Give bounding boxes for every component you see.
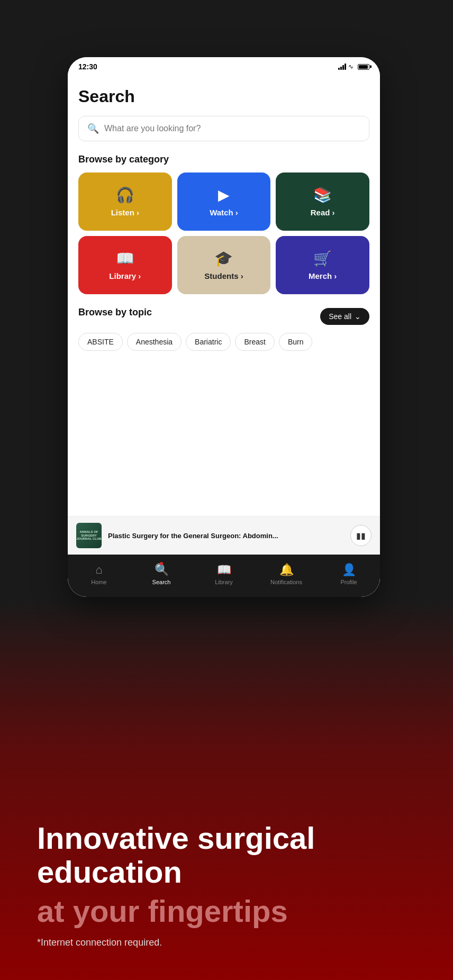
pause-button[interactable]: ▮▮ (350, 525, 372, 546)
see-all-button[interactable]: See all ⌄ (320, 308, 369, 325)
category-card-watch[interactable]: ▶ Watch (177, 173, 271, 231)
play-icon: ▶ (218, 186, 230, 204)
now-playing-thumbnail: ANNALS OF SURGERY JOURNAL CLUB (76, 523, 102, 548)
topic-chip-absite[interactable]: ABSITE (78, 333, 123, 351)
nav-label-search: Search (152, 579, 171, 585)
phone-frame: 12:30 ∿ Search 🔍 Browse (68, 57, 380, 597)
status-bar: 12:30 ∿ (68, 57, 380, 76)
nav-item-home[interactable]: ⌂ Home (68, 563, 130, 585)
battery-icon (358, 64, 369, 70)
category-section-title: Browse by category (78, 154, 369, 165)
nav-label-home: Home (91, 579, 106, 585)
profile-icon: 👤 (342, 563, 356, 577)
topic-header: Browse by topic See all ⌄ (78, 307, 369, 325)
now-playing-info: Plastic Surgery for the General Surgeon:… (108, 532, 344, 540)
nav-item-library[interactable]: 📖 Library (193, 563, 255, 585)
merch-label: Merch (309, 271, 337, 280)
now-playing-bar: ANNALS OF SURGERY JOURNAL CLUB Plastic S… (68, 516, 380, 555)
headline-main: Innovative surgical education (37, 821, 416, 889)
status-icons: ∿ (338, 63, 369, 70)
nav-label-profile: Profile (340, 579, 357, 585)
disclaimer-text: *Internet connection required. (37, 937, 416, 948)
topic-chips: ABSITE Anesthesia Bariatric Breast Burn (78, 333, 369, 351)
category-card-library[interactable]: 📖 Library (78, 236, 172, 294)
nav-item-search[interactable]: 🔍 Search (130, 563, 193, 585)
main-scroll-area: Search 🔍 Browse by category 🎧 Listen ▶ W… (68, 76, 380, 516)
topic-chip-anesthesia[interactable]: Anesthesia (127, 333, 182, 351)
nav-dot-search (160, 562, 163, 565)
library-nav-icon: 📖 (217, 563, 231, 577)
thumbnail-text: ANNALS OF SURGERY JOURNAL CLUB (76, 530, 102, 541)
topic-section-title: Browse by topic (78, 307, 152, 318)
nav-item-notifications[interactable]: 🔔 Notifications (255, 563, 318, 585)
library-label: Library (109, 271, 141, 280)
headline-sub: at your fingertips (37, 893, 416, 929)
category-card-read[interactable]: 📚 Read (276, 173, 369, 231)
headphones-icon: 🎧 (116, 186, 134, 204)
read-label: Read (311, 208, 335, 217)
search-bar-icon: 🔍 (87, 123, 99, 134)
search-bar[interactable]: 🔍 (78, 116, 369, 141)
category-grid: 🎧 Listen ▶ Watch 📚 Read 📖 Library 🎓 (78, 173, 369, 294)
topic-chip-burn[interactable]: Burn (279, 333, 313, 351)
graduation-icon: 🎓 (214, 250, 233, 267)
now-playing-title: Plastic Surgery for the General Surgeon:… (108, 532, 344, 540)
category-card-students[interactable]: 🎓 Students (177, 236, 271, 294)
open-book-icon: 📖 (116, 250, 134, 267)
topic-chip-breast[interactable]: Breast (235, 333, 274, 351)
watch-label: Watch (210, 208, 238, 217)
bottom-section: Innovative surgical education at your fi… (0, 599, 453, 980)
search-input[interactable] (104, 124, 360, 133)
home-icon: ⌂ (95, 563, 102, 577)
status-time: 12:30 (78, 62, 97, 71)
nav-item-profile[interactable]: 👤 Profile (318, 563, 380, 585)
category-card-listen[interactable]: 🎧 Listen (78, 173, 172, 231)
app-content: Search 🔍 Browse by category 🎧 Listen ▶ W… (68, 76, 380, 597)
topic-chip-bariatric[interactable]: Bariatric (186, 333, 231, 351)
nav-label-notifications: Notifications (270, 579, 302, 585)
page-title: Search (78, 87, 369, 106)
chevron-down-icon: ⌄ (355, 312, 361, 321)
cart-icon: 🛒 (313, 250, 332, 267)
book-icon: 📚 (313, 186, 332, 204)
notifications-icon: 🔔 (279, 563, 294, 577)
category-card-merch[interactable]: 🛒 Merch (276, 236, 369, 294)
nav-label-library: Library (215, 579, 233, 585)
wifi-icon: ∿ (348, 63, 354, 70)
listen-label: Listen (111, 208, 139, 217)
students-label: Students (204, 271, 243, 280)
bottom-nav: ⌂ Home 🔍 Search 📖 Library 🔔 Notification… (68, 555, 380, 597)
signal-bars-icon (338, 63, 346, 70)
